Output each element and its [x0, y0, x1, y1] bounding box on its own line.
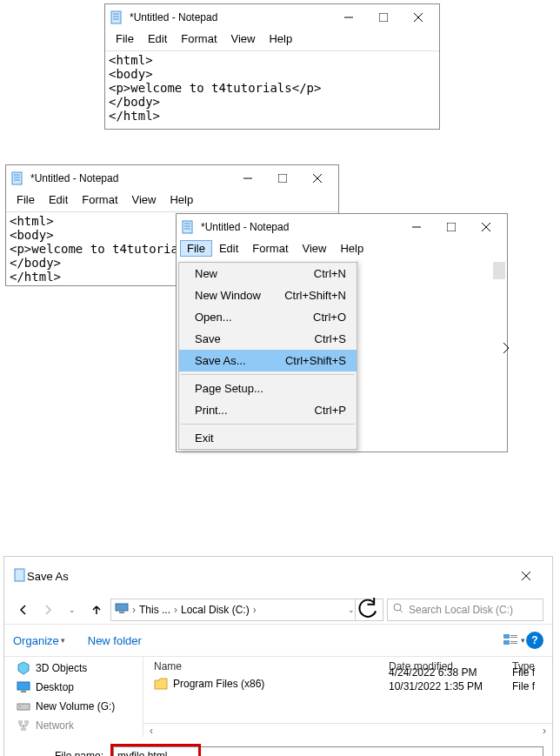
svg-rect-39	[17, 704, 30, 710]
path-segment[interactable]: Local Disk (C:)	[181, 604, 250, 616]
menubar: File Edit Format View Help	[105, 30, 439, 50]
menu-format[interactable]: Format	[174, 30, 223, 47]
menu-file[interactable]: File	[10, 191, 42, 208]
notepad-icon	[10, 171, 25, 186]
svg-rect-34	[503, 640, 510, 645]
type-values: File f File f	[512, 666, 552, 693]
minimize-button[interactable]	[331, 5, 366, 30]
titlebar[interactable]: *Untitled - Notepad	[177, 214, 507, 240]
tree-item-new-volume[interactable]: New Volume (G:)	[17, 697, 143, 716]
close-button[interactable]	[300, 166, 335, 191]
menu-item-exit[interactable]: Exit	[179, 427, 357, 449]
tree-item-network[interactable]: Network	[17, 716, 143, 735]
titlebar[interactable]: *Untitled - Notepad	[105, 4, 439, 30]
minimize-button[interactable]	[230, 166, 265, 191]
menu-view[interactable]: View	[224, 30, 263, 47]
maximize-button[interactable]	[265, 166, 300, 191]
refresh-button[interactable]	[355, 599, 379, 621]
menu-item-new[interactable]: NewCtrl+N	[179, 263, 357, 284]
menu-item-save-as[interactable]: Save As...Ctrl+Shift+S	[179, 350, 357, 371]
up-button[interactable]	[86, 599, 107, 620]
svg-rect-28	[119, 612, 124, 613]
chevron-right-icon	[502, 342, 510, 357]
editor-area[interactable]: <html> <body> <p>welcome to t4tutorials<…	[105, 50, 439, 129]
save-as-dialog: Save As ⌄ › This ... › Local Disk (C:) ›…	[3, 556, 553, 756]
menu-item-new-window[interactable]: New WindowCtrl+Shift+N	[179, 284, 357, 306]
svg-rect-16	[183, 221, 192, 233]
close-button[interactable]	[401, 5, 436, 30]
menu-format[interactable]: Format	[245, 240, 295, 257]
menu-item-page-setup[interactable]: Page Setup...	[179, 378, 357, 399]
filename-input-ext[interactable]: ⌄	[201, 746, 543, 756]
menu-help[interactable]: Help	[163, 191, 200, 208]
chevron-down-icon[interactable]: ⌄	[348, 605, 355, 614]
path-segment[interactable]: This ...	[139, 604, 170, 616]
menu-item-open[interactable]: Open...Ctrl+O	[179, 306, 357, 328]
menu-item-print[interactable]: Print...Ctrl+P	[179, 399, 357, 421]
svg-point-40	[19, 706, 21, 707]
file-menu-dropdown: NewCtrl+N New WindowCtrl+Shift+N Open...…	[178, 262, 357, 450]
menu-view[interactable]: View	[125, 191, 163, 208]
organize-button[interactable]: Organize ▾	[13, 634, 65, 647]
folder-tree[interactable]: 3D Objects Desktop New Volume (G:) Netwo…	[4, 657, 143, 737]
notepad-window-3: *Untitled - Notepad File Edit Format Vie…	[176, 213, 508, 452]
svg-line-30	[400, 610, 403, 612]
forward-button[interactable]	[37, 599, 58, 620]
svg-point-29	[394, 604, 401, 611]
svg-rect-32	[510, 635, 517, 636]
address-bar[interactable]: › This ... › Local Disk (C:) › ⌄	[110, 599, 383, 621]
menubar: File Edit Format View Help	[177, 240, 507, 260]
help-button[interactable]: ?	[526, 632, 543, 649]
svg-rect-13	[278, 174, 287, 183]
date-modified-values: 4/24/2022 6:38 PM 10/31/2022 1:35 PM	[389, 666, 512, 693]
menu-format[interactable]: Format	[75, 191, 124, 208]
back-button[interactable]	[13, 599, 34, 620]
filename-label: File name:	[13, 750, 110, 756]
svg-rect-31	[503, 634, 510, 639]
svg-rect-21	[447, 223, 456, 231]
filename-input[interactable]: myfile.html	[113, 746, 198, 756]
search-icon	[393, 603, 403, 616]
horizontal-scrollbar[interactable]: ‹ ›	[143, 723, 552, 737]
menu-edit[interactable]: Edit	[42, 191, 75, 208]
tree-item-desktop[interactable]: Desktop	[17, 678, 143, 697]
menu-edit[interactable]: Edit	[212, 240, 245, 257]
pc-icon	[115, 601, 129, 618]
menu-separator	[181, 424, 355, 425]
tree-item-3d-objects[interactable]: 3D Objects	[17, 659, 143, 678]
close-button[interactable]	[509, 564, 543, 588]
window-title: *Untitled - Notepad	[30, 172, 230, 184]
svg-rect-38	[21, 691, 26, 692]
menu-help[interactable]: Help	[333, 240, 370, 257]
titlebar[interactable]: *Untitled - Notepad	[6, 165, 338, 191]
menu-help[interactable]: Help	[262, 30, 299, 47]
view-options-button[interactable]: ▾	[502, 630, 526, 651]
close-button[interactable]	[469, 215, 503, 239]
maximize-button[interactable]	[434, 215, 469, 239]
svg-rect-24	[15, 569, 24, 581]
notepad-icon	[13, 568, 27, 585]
svg-rect-5	[379, 13, 388, 22]
notepad-icon	[180, 219, 196, 235]
menu-view[interactable]: View	[296, 240, 334, 257]
menu-item-save[interactable]: SaveCtrl+S	[179, 328, 357, 350]
scroll-left-icon[interactable]: ‹	[143, 725, 159, 737]
svg-rect-41	[18, 720, 23, 724]
col-name[interactable]: Name	[154, 660, 389, 672]
svg-rect-36	[510, 643, 517, 644]
search-input[interactable]: Search Local Disk (C:)	[387, 599, 543, 621]
svg-rect-42	[24, 720, 29, 724]
svg-rect-35	[510, 641, 517, 642]
minimize-button[interactable]	[399, 215, 434, 239]
menu-file[interactable]: File	[109, 30, 141, 47]
maximize-button[interactable]	[366, 5, 401, 30]
new-folder-button[interactable]: New folder	[88, 634, 142, 647]
scrollbar[interactable]	[493, 262, 505, 279]
notepad-window-1: *Untitled - Notepad File Edit Format Vie…	[104, 3, 440, 130]
svg-rect-8	[12, 172, 22, 184]
notepad-icon	[109, 10, 124, 25]
recent-button[interactable]: ⌄	[62, 599, 83, 620]
menu-file[interactable]: File	[180, 240, 212, 257]
menu-edit[interactable]: Edit	[141, 30, 174, 47]
scroll-right-icon[interactable]: ›	[537, 725, 552, 737]
